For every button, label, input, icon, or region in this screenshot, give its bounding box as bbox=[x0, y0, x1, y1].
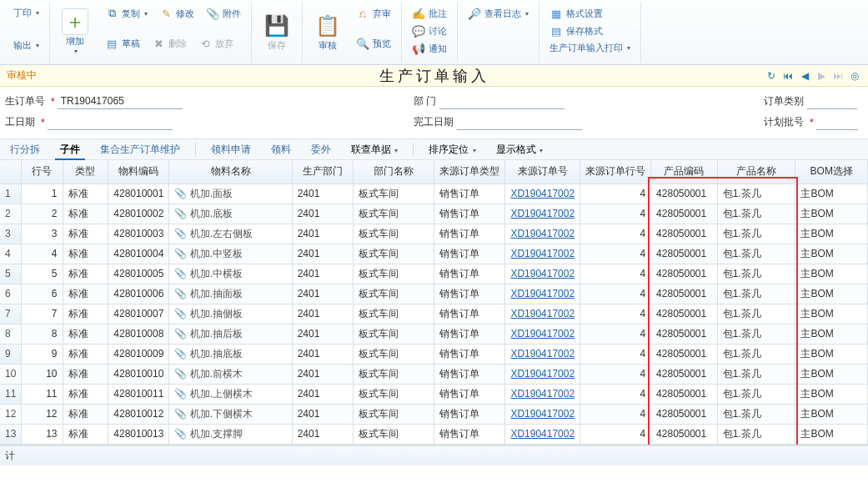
cell-matcode[interactable]: 428010004 bbox=[108, 244, 169, 264]
cell-proddept[interactable]: 2401 bbox=[292, 404, 353, 424]
order-no-input[interactable] bbox=[58, 93, 183, 109]
cell-proddept[interactable]: 2401 bbox=[292, 244, 353, 264]
cell-matname[interactable]: 📎 机加.中横板 bbox=[169, 264, 292, 284]
cell-rowno[interactable]: 8 bbox=[22, 324, 63, 344]
table-row[interactable]: 66标准428010006📎 机加.抽面板2401板式车间销售订单XD19041… bbox=[0, 284, 868, 304]
col-srcrow[interactable]: 来源订单行号 bbox=[580, 160, 651, 184]
save-button[interactable]: 💾保存 bbox=[257, 5, 297, 59]
cell-matname[interactable]: 📎 机加.抽面板 bbox=[169, 284, 292, 304]
cell-prodcode[interactable]: 428050001 bbox=[651, 364, 718, 384]
cell-proddept[interactable]: 2401 bbox=[292, 184, 353, 204]
cell-prodname[interactable]: 包1.茶几 bbox=[717, 384, 795, 404]
copy-button[interactable]: ⧉复制▾ bbox=[100, 5, 153, 22]
cell-srcno[interactable]: XD190417002 bbox=[505, 364, 580, 384]
col-proddept[interactable]: 生产部门 bbox=[292, 160, 353, 184]
cell-matcode[interactable]: 428010008 bbox=[108, 324, 169, 344]
formatset-button[interactable]: ▦格式设置 bbox=[544, 5, 635, 22]
cell-srcrow[interactable]: 4 bbox=[580, 184, 651, 204]
cell-type[interactable]: 标准 bbox=[63, 344, 108, 364]
cell-prodname[interactable]: 包1.茶几 bbox=[717, 184, 795, 204]
cell-prodcode[interactable]: 428050001 bbox=[651, 264, 718, 284]
export-button[interactable]: 输出▾ bbox=[8, 38, 44, 53]
cell-deptname[interactable]: 板式车间 bbox=[353, 284, 434, 304]
add-button[interactable]: ＋ 增加▾ bbox=[55, 5, 95, 58]
cell-prodcode[interactable]: 428050001 bbox=[651, 304, 718, 324]
cell-rowno[interactable]: 6 bbox=[22, 284, 63, 304]
cell-type[interactable]: 标准 bbox=[63, 224, 108, 244]
table-row[interactable]: 1010标准428010010📎 机加.前横木2401板式车间销售订单XD190… bbox=[0, 364, 868, 384]
cell-matcode[interactable]: 428010007 bbox=[108, 304, 169, 324]
first-button[interactable]: ⏮ bbox=[781, 69, 795, 83]
cell-deptname[interactable]: 板式车间 bbox=[353, 264, 434, 284]
cell-srctype[interactable]: 销售订单 bbox=[434, 264, 505, 284]
cell-bom[interactable]: 主BOM bbox=[795, 224, 868, 244]
cell-srcrow[interactable]: 4 bbox=[580, 404, 651, 424]
cell-proddept[interactable]: 2401 bbox=[292, 424, 353, 444]
data-grid[interactable]: 行号 类型 物料编码 物料名称 生产部门 部门名称 来源订单类型 来源订单号 来… bbox=[0, 160, 868, 445]
action-pick-material[interactable]: 领料 bbox=[266, 139, 296, 160]
cell-type[interactable]: 标准 bbox=[63, 284, 108, 304]
cell-srctype[interactable]: 销售订单 bbox=[434, 364, 505, 384]
cell-rowno[interactable]: 7 bbox=[22, 304, 63, 324]
cell-matcode[interactable]: 428010011 bbox=[108, 384, 169, 404]
cell-type[interactable]: 标准 bbox=[63, 384, 108, 404]
cell-deptname[interactable]: 板式车间 bbox=[353, 424, 434, 444]
audit-button[interactable]: 📋审核 bbox=[308, 5, 348, 59]
tab-row-split[interactable]: 行分拆 bbox=[5, 139, 45, 160]
cell-srcno[interactable]: XD190417002 bbox=[505, 384, 580, 404]
draft-button[interactable]: ▤草稿 bbox=[100, 35, 145, 52]
cell-srcno[interactable]: XD190417002 bbox=[505, 344, 580, 364]
cell-prodname[interactable]: 包1.茶几 bbox=[717, 324, 795, 344]
next-button[interactable]: ▶ bbox=[815, 69, 828, 83]
col-bom[interactable]: BOM选择 bbox=[795, 160, 868, 184]
cell-srctype[interactable]: 销售订单 bbox=[434, 284, 505, 304]
print-button[interactable]: 丁印▾ bbox=[8, 5, 44, 21]
cell-prodname[interactable]: 包1.茶几 bbox=[717, 284, 795, 304]
cell-rowno[interactable]: 12 bbox=[22, 404, 63, 424]
col-rowno[interactable]: 行号 bbox=[22, 160, 63, 184]
cell-bom[interactable]: 主BOM bbox=[795, 264, 868, 284]
saveformat-button[interactable]: ▤保存格式 bbox=[544, 23, 635, 39]
cell-rowno[interactable]: 3 bbox=[22, 224, 63, 244]
cell-srctype[interactable]: 销售订单 bbox=[434, 324, 505, 344]
cell-type[interactable]: 标准 bbox=[63, 404, 108, 424]
cell-proddept[interactable]: 2401 bbox=[292, 324, 353, 344]
cell-srcrow[interactable]: 4 bbox=[580, 204, 651, 224]
cell-proddept[interactable]: 2401 bbox=[292, 384, 353, 404]
cell-type[interactable]: 标准 bbox=[63, 364, 108, 384]
cell-srcrow[interactable]: 4 bbox=[580, 304, 651, 324]
cell-deptname[interactable]: 板式车间 bbox=[353, 304, 434, 324]
cell-srcrow[interactable]: 4 bbox=[580, 364, 651, 384]
cell-matname[interactable]: 📎 机加.底板 bbox=[169, 204, 292, 224]
cell-srcno[interactable]: XD190417002 bbox=[505, 324, 580, 344]
cell-prodcode[interactable]: 428050001 bbox=[651, 224, 718, 244]
cell-type[interactable]: 标准 bbox=[63, 184, 108, 204]
cell-prodcode[interactable]: 428050001 bbox=[651, 404, 718, 424]
cell-matcode[interactable]: 428010012 bbox=[108, 404, 169, 424]
cell-deptname[interactable]: 板式车间 bbox=[353, 244, 434, 264]
work-date-input[interactable] bbox=[48, 114, 173, 130]
cell-prodname[interactable]: 包1.茶几 bbox=[717, 204, 795, 224]
cell-matname[interactable]: 📎 机加.支撑脚 bbox=[169, 424, 292, 444]
cell-matcode[interactable]: 428010013 bbox=[108, 424, 169, 444]
cell-srctype[interactable]: 销售订单 bbox=[434, 404, 505, 424]
cell-matcode[interactable]: 428010003 bbox=[108, 224, 169, 244]
cell-srctype[interactable]: 销售订单 bbox=[434, 344, 505, 364]
cell-deptname[interactable]: 板式车间 bbox=[353, 224, 434, 244]
cell-prodcode[interactable]: 428050001 bbox=[651, 204, 718, 224]
cell-deptname[interactable]: 板式车间 bbox=[353, 204, 434, 224]
table-row[interactable]: 77标准428010007📎 机加.抽侧板2401板式车间销售订单XD19041… bbox=[0, 304, 868, 324]
cell-srcrow[interactable]: 4 bbox=[580, 324, 651, 344]
cell-bom[interactable]: 主BOM bbox=[795, 324, 868, 344]
notify-button[interactable]: 📢通知 bbox=[407, 40, 452, 57]
last-button[interactable]: ⏭ bbox=[831, 69, 845, 83]
cell-rowno[interactable]: 1 bbox=[22, 184, 63, 204]
cell-rowno[interactable]: 5 bbox=[22, 264, 63, 284]
preview-button[interactable]: 🔍预览 bbox=[351, 35, 396, 52]
cell-srcno[interactable]: XD190417002 bbox=[505, 264, 580, 284]
locate-button[interactable]: ◎ bbox=[848, 69, 861, 83]
delete-button[interactable]: ✖删除 bbox=[147, 35, 192, 52]
cell-bom[interactable]: 主BOM bbox=[795, 184, 868, 204]
cell-rowno[interactable]: 2 bbox=[22, 204, 63, 224]
cell-prodname[interactable]: 包1.茶几 bbox=[717, 364, 795, 384]
